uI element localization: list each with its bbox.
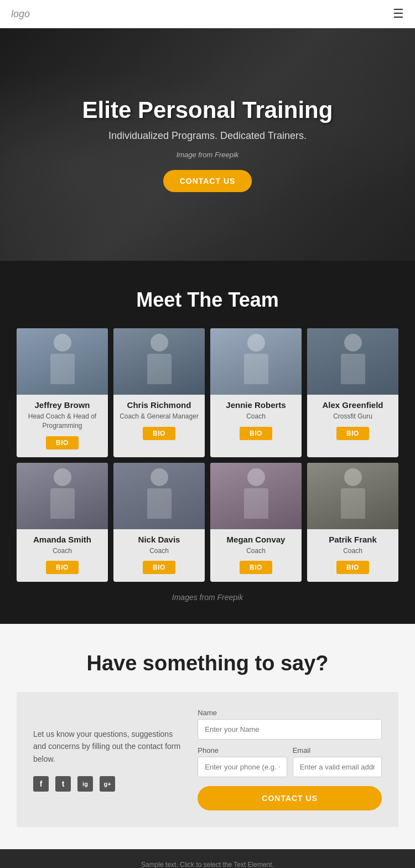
googleplus-icon[interactable]: g+: [100, 776, 115, 792]
team-card-photo: [17, 463, 108, 529]
team-card: Megan ConvayCoachBIO: [210, 463, 302, 582]
team-member-name: Jeffrey Brown: [31, 400, 93, 410]
hero-subtitle: Individualized Programs. Dedicated Train…: [82, 130, 333, 142]
bio-button[interactable]: BIO: [336, 561, 369, 574]
contact-submit-button[interactable]: CONTACT US: [198, 786, 382, 810]
team-card-photo: [113, 463, 205, 529]
name-label: Name: [198, 709, 382, 717]
team-card: Nick DavisCoachBIO: [113, 463, 205, 582]
social-icons: f t ig g+: [33, 776, 186, 792]
instagram-icon[interactable]: ig: [77, 776, 93, 792]
footer: Sample text. Click to select the Text El…: [0, 849, 415, 868]
team-card-photo: [307, 328, 398, 395]
phone-field-group: Phone: [198, 746, 287, 777]
hero-image-credit: Image from Freepik: [82, 151, 333, 159]
contact-section: Have something to say? Let us know your …: [0, 624, 415, 849]
footer-text: Sample text. Click to select the Text El…: [141, 861, 274, 868]
team-member-role: Coach: [243, 546, 269, 556]
team-member-name: Megan Convay: [224, 535, 289, 544]
email-input[interactable]: [293, 757, 382, 777]
contact-left: Let us know your questions, suggestions …: [33, 709, 186, 810]
bio-button[interactable]: BIO: [240, 561, 272, 574]
hero-section: Elite Personal Training Individualized P…: [0, 28, 415, 261]
team-grid: Jeffrey BrownHead Coach & Head of Progra…: [17, 328, 398, 582]
hamburger-menu[interactable]: ☰: [393, 7, 404, 21]
team-card-photo: [113, 328, 205, 395]
hero-title: Elite Personal Training: [82, 97, 333, 123]
header: logo ☰: [0, 0, 415, 28]
team-member-name: Amanda Smith: [30, 535, 95, 544]
team-member-role: Head Coach & Head of Programming: [17, 412, 108, 431]
bio-button[interactable]: BIO: [143, 561, 175, 574]
email-label: Email: [293, 746, 382, 755]
team-member-role: Coach: [243, 412, 269, 421]
bio-button[interactable]: BIO: [46, 436, 79, 450]
team-member-role: Crossfit Guru: [330, 412, 376, 421]
hero-content: Elite Personal Training Individualized P…: [82, 97, 333, 192]
team-section: Meet The Team Jeffrey BrownHead Coach & …: [0, 261, 415, 624]
facebook-icon[interactable]: f: [33, 776, 49, 792]
team-member-name: Nick Davis: [135, 535, 184, 544]
phone-email-row: Phone Email: [198, 746, 382, 777]
team-member-role: Coach: [146, 546, 172, 556]
logo: logo: [11, 8, 30, 20]
phone-label: Phone: [198, 746, 287, 755]
team-card: Amanda SmithCoachBIO: [17, 463, 108, 582]
team-member-role: Coach: [340, 546, 366, 556]
bio-button[interactable]: BIO: [336, 427, 369, 440]
team-section-title: Meet The Team: [17, 288, 398, 312]
team-card-photo: [210, 463, 302, 529]
team-member-name: Patrik Frank: [325, 535, 380, 544]
team-card: Patrik FrankCoachBIO: [307, 463, 398, 582]
team-member-name: Alex Greenfield: [319, 400, 386, 410]
team-member-role: Coach & General Manager: [116, 412, 202, 421]
contact-grid: Let us know your questions, suggestions …: [17, 692, 398, 827]
email-field-group: Email: [293, 746, 382, 777]
team-member-name: Chris Richmond: [124, 400, 195, 410]
team-card: Jennie RobertsCoachBIO: [210, 328, 302, 457]
contact-form: Name Phone Email CONTACT US: [198, 709, 382, 810]
name-field-group: Name: [198, 709, 382, 740]
freepik-images-link[interactable]: Freepik: [217, 593, 243, 602]
team-card: Jeffrey BrownHead Coach & Head of Progra…: [17, 328, 108, 457]
images-credit: Images from Freepik: [17, 593, 398, 602]
team-member-role: Coach: [49, 546, 75, 556]
bio-button[interactable]: BIO: [46, 561, 79, 574]
team-card: Alex GreenfieldCrossfit GuruBIO: [307, 328, 398, 457]
name-input[interactable]: [198, 719, 382, 740]
team-member-name: Jennie Roberts: [222, 400, 289, 410]
team-card-photo: [17, 328, 108, 395]
freepik-link[interactable]: Freepik: [215, 151, 238, 159]
contact-title: Have something to say?: [17, 652, 398, 675]
twitter-icon[interactable]: t: [55, 776, 71, 792]
team-card-photo: [210, 328, 302, 395]
bio-button[interactable]: BIO: [143, 427, 175, 440]
team-card: Chris RichmondCoach & General ManagerBIO: [113, 328, 205, 457]
bio-button[interactable]: BIO: [240, 427, 272, 440]
phone-input[interactable]: [198, 757, 287, 777]
team-card-photo: [307, 463, 398, 529]
contact-description: Let us know your questions, suggestions …: [33, 728, 186, 765]
hero-contact-button[interactable]: CONTACT US: [163, 170, 252, 192]
